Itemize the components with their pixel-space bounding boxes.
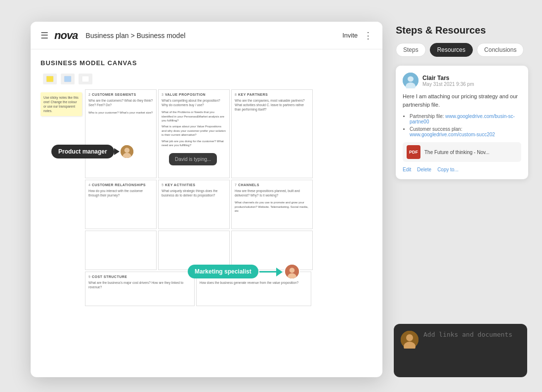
svg-rect-2 — [82, 76, 89, 82]
bmc-mid-row: 4 CUSTOMER RELATIONSHIPS How do you inte… — [85, 180, 373, 229]
marketing-specialist-label: Marketing specialist — [188, 265, 258, 278]
cell-customer-segments[interactable]: 2 CUSTOMER SEGMENTS Who are the customer… — [85, 89, 157, 178]
steps-resources-title: Steps & Resources — [396, 25, 528, 36]
marketing-arrow-head — [276, 268, 283, 276]
sticky-icons-row — [43, 74, 373, 84]
sticky-white-icon[interactable] — [79, 74, 92, 84]
cell-key-activities[interactable]: 5 KEY ACTIVITIES What uniquely strategic… — [158, 180, 230, 229]
svg-point-4 — [125, 148, 129, 153]
product-manager-label: Product manager — [51, 145, 114, 158]
menu-icon[interactable]: ☰ — [41, 30, 48, 41]
cell-key-partners[interactable]: 8 KEY PARTNERS Who are the companies, mo… — [231, 89, 313, 178]
success-link[interactable]: www.googledrive.com/custom-succ202 — [410, 132, 495, 137]
attachment-name: The Future of thinking - Nov... — [424, 150, 490, 155]
cell-channels[interactable]: 7 CHANNELS How are these propositions pl… — [231, 180, 313, 229]
comment-author-info: Clair Tars May 31st 2021 9:36 pm — [422, 75, 474, 87]
comment-attachment[interactable]: PDF The Future of thinking - Nov... — [403, 142, 521, 162]
link-item-success: Customer success plan: www.googledrive.c… — [410, 126, 521, 137]
input-user-avatar — [401, 331, 418, 349]
marketing-arrow-line — [259, 271, 277, 273]
left-notes-col: Use sticky notes like this one! Change t… — [33, 89, 85, 306]
cell-relationships-extra[interactable] — [85, 231, 157, 270]
canvas-title: BUSINESS MODEL CANVAS — [41, 59, 373, 67]
svg-point-7 — [289, 268, 294, 273]
comment-date: May 31st 2021 9:36 pm — [422, 81, 474, 87]
header-actions: Invite ⋮ — [342, 30, 373, 41]
tab-resources[interactable]: Resources — [430, 43, 473, 57]
product-manager-arrow — [114, 148, 120, 155]
product-manager-cursor: Product manager — [51, 144, 134, 159]
tab-conclusions[interactable]: Conclusions — [477, 43, 524, 57]
edit-action[interactable]: Edit — [403, 167, 411, 172]
tab-steps[interactable]: Steps — [396, 43, 426, 57]
copy-to-action[interactable]: Copy to... — [437, 167, 459, 172]
input-area — [394, 324, 527, 377]
cell-customer-relationships[interactable]: 4 CUSTOMER RELATIONSHIPS How do you inte… — [85, 180, 157, 229]
delete-action[interactable]: Delete — [417, 167, 431, 172]
more-icon[interactable]: ⋮ — [364, 30, 373, 41]
main-window: ☰ nova Business plan > Business model In… — [31, 22, 382, 377]
comment-card: Clair Tars May 31st 2021 9:36 pm Here I … — [396, 66, 528, 179]
product-manager-avatar — [120, 144, 134, 159]
marketing-arrow-container — [259, 271, 277, 273]
svg-rect-0 — [46, 76, 53, 82]
link-item-partnership: Partnership file: www.googledrive.com/bu… — [410, 114, 521, 124]
marketing-specialist-avatar — [284, 264, 300, 279]
typing-indicator: David is typing... — [169, 153, 217, 165]
svg-rect-1 — [64, 76, 71, 82]
sticky-blue-icon[interactable] — [61, 74, 75, 84]
right-panel: Steps & Resources Steps Resources Conclu… — [396, 25, 528, 187]
tabs-row: Steps Resources Conclusions — [396, 43, 528, 57]
comment-author: Clair Tars — [422, 75, 474, 81]
link-input[interactable] — [423, 331, 520, 370]
invite-button[interactable]: Invite — [342, 32, 358, 39]
svg-point-13 — [406, 334, 413, 341]
comment-header: Clair Tars May 31st 2021 9:36 pm — [403, 73, 521, 88]
svg-point-10 — [408, 77, 414, 82]
bmc-top-row: 2 CUSTOMER SEGMENTS Who are the customer… — [85, 89, 373, 178]
marketing-specialist-cursor: Marketing specialist — [188, 264, 300, 279]
comment-actions: Edit Delete Copy to... — [403, 167, 521, 172]
breadcrumb: Business plan > Business model — [85, 32, 342, 39]
header-bar: ☰ nova Business plan > Business model In… — [31, 22, 382, 49]
logo: nova — [54, 29, 78, 42]
comment-text: Here I am attaching our pricing strategy… — [403, 92, 521, 109]
sticky-note[interactable]: Use sticky notes like this one! Change t… — [41, 92, 82, 116]
comment-links: Partnership file: www.googledrive.com/bu… — [403, 114, 521, 137]
cell-cost-structure[interactable]: 9 COST STRUCTURE What are the business's… — [85, 272, 195, 306]
comment-avatar — [403, 73, 418, 88]
sticky-yellow-icon[interactable] — [43, 74, 57, 84]
attachment-pdf-icon: PDF — [407, 145, 420, 159]
